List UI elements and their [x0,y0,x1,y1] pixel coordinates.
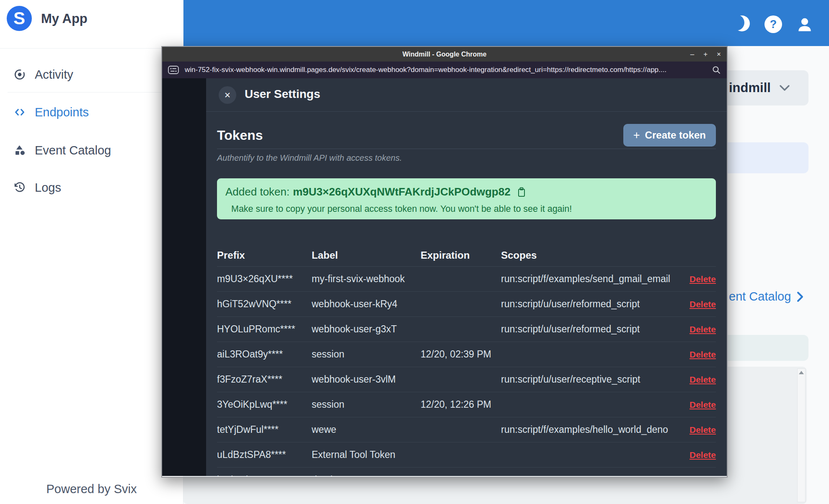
top-navbar: ? [183,0,829,46]
tokens-table: PrefixLabelExpirationScopes m9U3×26qXU**… [217,244,716,476]
cell-label: External Tool Token [312,449,421,460]
search-icon[interactable] [712,65,721,75]
column-header-label: Label [312,249,421,261]
delete-token-link[interactable]: Delete [681,375,716,385]
cell-prefix: aiL3ROat9y**** [217,349,312,360]
token-table-row: tetYjDwFul****wewerun:script/f/examples/… [217,417,716,442]
token-table-row: aiL3ROat9y****session12/20, 02:39 PMDele… [217,342,716,367]
tokens-table-body: m9U3×26qXU****my-first-svix-webhookrun:s… [217,267,716,476]
cell-prefix: i9AjXYkJRv**** [217,474,312,476]
cell-prefix: f3FzoZ7raX**** [217,374,312,385]
cell-label: my-first-svix-webhook [312,273,421,285]
cell-prefix: 3YeOiKpLwq**** [217,399,312,410]
sidebar-item-activity[interactable]: Activity [0,62,183,87]
delete-token-link[interactable]: Delete [681,324,716,334]
help-icon[interactable]: ? [764,15,782,33]
svix-logo: S [7,6,32,31]
cell-label: webhook-user-kRy4 [312,298,421,310]
sidebar-item-label: Event Catalog [35,144,111,157]
delete-token-link[interactable]: Delete [681,425,716,435]
close-drawer-button[interactable]: ✕ [219,86,236,104]
delete-token-link[interactable]: Delete [681,274,716,284]
user-icon[interactable] [795,15,814,34]
cell-prefix: m9U3×26qXU**** [217,273,312,285]
activity-icon [13,68,26,81]
cell-expiration: 12/20, 12:26 PM [421,399,501,410]
window-controls: – + × [690,47,721,62]
cell-label: session [312,349,421,360]
cell-expiration: 12/20, 02:39 PM [421,349,501,360]
url-text[interactable]: win-752-fix-svix-webhook-win.windmill.pa… [185,66,706,74]
copy-token-icon[interactable] [517,187,526,198]
cell-label: dutele [312,474,421,476]
drawer-title: User Settings [245,87,320,101]
cell-label: webhook-user-g3xT [312,324,421,335]
maximize-button[interactable]: + [703,51,708,58]
endpoints-icon [13,106,26,118]
token-warning-note: Make sure to copy your personal access t… [225,204,708,214]
column-header-prefix: Prefix [217,249,312,261]
tokens-table-header: PrefixLabelExpirationScopes [217,244,716,267]
event-catalog-icon [13,144,26,157]
chrome-window: Windmill - Google Chrome – + × win-752-f… [161,46,728,478]
url-bar[interactable]: win-752-fix-svix-webhook-win.windmill.pa… [162,62,727,78]
modal-backdrop [162,78,206,476]
delete-token-link[interactable]: Delete [681,400,716,410]
delete-token-link[interactable]: Delete [681,350,716,360]
scrollbar[interactable] [797,368,806,502]
create-token-button[interactable]: + Create token [623,124,716,147]
tokens-header-row: Tokens + Create token [217,124,716,147]
divider [8,92,183,93]
chevron-right-icon [797,291,803,302]
cell-prefix: hGiT52wVNQ**** [217,298,312,310]
site-settings-icon[interactable] [168,66,179,74]
sidebar-item-event-catalog[interactable]: Event Catalog [0,138,183,162]
chevron-down-icon [779,85,790,93]
cell-prefix: HYOLuPRomc**** [217,324,312,335]
cell-scopes: run:script/u/user/receptive_script [501,374,681,385]
close-window-button[interactable]: × [717,51,721,58]
column-header-scopes: Scopes [501,249,681,261]
workspace-label: indmill [729,80,771,95]
cell-label: wewe [312,424,421,435]
cell-prefix: uLdBztSPA8**** [217,449,312,460]
window-content: ✕ User Settings Tokens + Create token Au… [162,78,727,476]
tokens-subtitle: Authentify to the Windmill API with acce… [217,153,716,163]
token-table-row: m9U3×26qXU****my-first-svix-webhookrun:s… [217,267,716,292]
logs-icon [13,181,26,194]
sidebar-item-logs[interactable]: Logs [0,175,183,200]
token-table-row: f3FzoZ7raX****webhook-user-3vlMrun:scrip… [217,367,716,392]
window-titlebar[interactable]: Windmill - Google Chrome – + × [162,47,727,62]
token-table-row: 3YeOiKpLwq****session12/20, 12:26 PMDele… [217,392,716,417]
delete-token-link[interactable]: Delete [681,475,716,476]
cell-prefix: tetYjDwFul**** [217,424,312,435]
powered-by-svix: Powered by Svix [0,482,183,496]
token-table-row: uLdBztSPA8****External Tool TokenDelete [217,442,716,468]
cell-scopes: run:script/u/user/reformed_script [501,324,681,335]
delete-token-link[interactable]: Delete [681,299,716,309]
minimize-button[interactable]: – [690,51,694,58]
sidebar-item-label: Activity [35,68,73,82]
plus-icon: + [633,129,640,142]
sidebar-item-label: Endpoints [35,105,89,119]
cell-scopes: run:script/f/examples/send_gmail_email [501,273,681,285]
tokens-heading: Tokens [217,128,263,143]
divider [217,149,716,149]
user-settings-drawer: ✕ User Settings Tokens + Create token Au… [206,78,727,476]
drawer-header: ✕ User Settings [206,78,727,112]
scroll-up-arrow[interactable] [799,371,804,374]
window-title: Windmill - Google Chrome [403,51,487,58]
cell-scopes: run:script/u/user/reformed_script [501,298,681,310]
column-header-expiration: Expiration [421,249,501,261]
sidebar-item-label: Logs [35,181,61,195]
token-value: m9U3×26qXUXqNWtFAKrdjJCkPOdwgp82 [293,185,510,198]
screen: ? indmill ent Catalog [0,0,829,504]
delete-token-link[interactable]: Delete [681,450,716,460]
token-table-row: HYOLuPRomc****webhook-user-g3xTrun:scrip… [217,317,716,342]
token-table-row: i9AjXYkJRv****duteleDelete [217,468,716,476]
added-token-alert: Added token: m9U3×26qXUXqNWtFAKrdjJCkPOd… [217,178,716,219]
event-catalog-link[interactable]: ent Catalog [729,290,803,303]
sidebar-item-endpoints[interactable]: Endpoints [0,100,183,124]
token-table-row: hGiT52wVNQ****webhook-user-kRy4run:scrip… [217,292,716,317]
dark-mode-toggle-icon[interactable] [734,15,751,32]
